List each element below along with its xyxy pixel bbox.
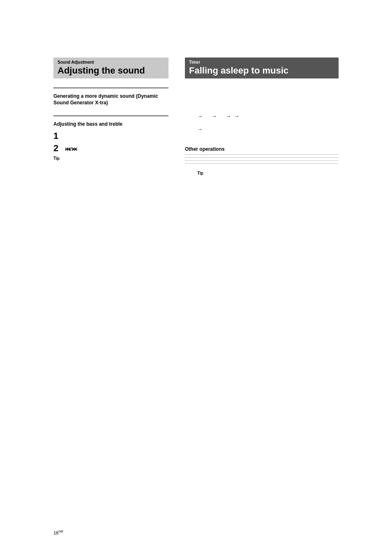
arrows-row2: → xyxy=(197,124,339,134)
left-divider2 xyxy=(53,115,168,116)
sound-adjustment-title: Adjusting the sound xyxy=(58,65,164,76)
page-number: 18GB xyxy=(53,530,63,535)
sound-adjustment-header-box: Sound Adjustment Adjusting the sound xyxy=(53,58,168,78)
arrows-row1: → → → → xyxy=(197,111,339,121)
right-column: Timer Falling asleep to music → → → → → … xyxy=(185,58,339,175)
step1-number: 1 xyxy=(53,131,65,140)
left-column: Sound Adjustment Adjusting the sound Gen… xyxy=(53,58,168,175)
subsection1-title: Generating a more dynamic sound (Dynamic… xyxy=(53,93,168,106)
right-tip-label: Tip xyxy=(197,171,339,175)
page: Sound Adjustment Adjusting the sound Gen… xyxy=(0,0,392,555)
step2: 2 ⏮/⏭ xyxy=(53,144,168,153)
other-operations-title: Other operations xyxy=(185,146,339,152)
step2-number: 2 xyxy=(53,144,65,153)
other-line4 xyxy=(185,163,339,164)
left-divider1 xyxy=(53,88,168,88)
arrows-block: → → → → → xyxy=(197,111,339,134)
step1: 1 xyxy=(53,131,168,140)
other-operations-section: Other operations xyxy=(185,146,339,164)
timer-label: Timer xyxy=(189,60,334,64)
other-line1 xyxy=(185,154,339,155)
step2-icon: ⏮/⏭ xyxy=(65,144,77,153)
subsection2-title: Adjusting the bass and treble xyxy=(53,121,168,128)
other-operations-lines xyxy=(185,154,339,164)
other-line2 xyxy=(185,157,339,158)
left-tip-label: Tip xyxy=(53,156,168,161)
other-line3 xyxy=(185,160,339,161)
timer-header-box: Timer Falling asleep to music xyxy=(185,58,339,78)
sound-adjustment-label: Sound Adjustment xyxy=(58,60,164,64)
timer-title: Falling asleep to music xyxy=(189,65,334,76)
